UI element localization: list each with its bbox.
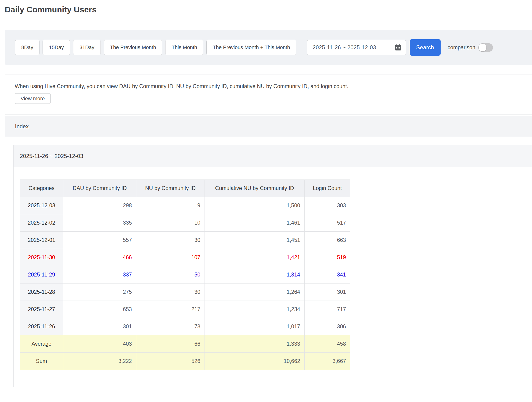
row-login-count: 519: [304, 249, 350, 266]
row-dau: 557: [63, 232, 136, 249]
row-cumulative-nu: 1,264: [205, 283, 304, 301]
row-cumulative-nu: 10,662: [205, 353, 304, 370]
row-category: 2025-12-02: [20, 214, 63, 232]
table-row-2025-11-26: 2025-11-26 301 73 1,017 306: [20, 318, 350, 335]
row-dau: 337: [63, 266, 136, 283]
row-nu: 30: [136, 283, 205, 301]
row-login-count: 3,667: [304, 353, 350, 370]
row-category: Sum: [20, 353, 63, 370]
filter-bar: 8Day 15Day 31Day The Previous Month This…: [5, 30, 532, 65]
row-nu: 9: [136, 197, 205, 214]
daily-community-users-page: Daily Community Users 8Day 15Day 31Day T…: [0, 0, 532, 395]
report-card-body: Categories DAU by Community ID NU by Com…: [13, 167, 532, 387]
row-login-count: 341: [304, 266, 350, 283]
range-button-15day[interactable]: 15Day: [43, 40, 70, 55]
row-category: 2025-11-29: [20, 266, 63, 283]
range-button-8day[interactable]: 8Day: [15, 40, 39, 55]
search-button[interactable]: Search: [410, 39, 441, 56]
row-dau: 403: [63, 335, 136, 353]
index-label: Index: [15, 123, 29, 130]
row-nu: 66: [136, 335, 205, 353]
table-row-2025-11-30-sunday: 2025-11-30 466 107 1,421 519: [20, 249, 350, 266]
col-header-dau: DAU by Community ID: [63, 180, 136, 197]
table-row-2025-12-02: 2025-12-02 335 10 1,461 517: [20, 214, 350, 232]
row-login-count: 663: [304, 232, 350, 249]
row-login-count: 301: [304, 283, 350, 301]
page-title: Daily Community Users: [5, 0, 532, 14]
table-row-sum: Sum 3,222 526 10,662 3,667: [20, 353, 350, 370]
date-range-input[interactable]: [312, 44, 394, 51]
row-cumulative-nu: 1,314: [205, 266, 304, 283]
row-login-count: 517: [304, 214, 350, 232]
table-row-2025-11-28: 2025-11-28 275 30 1,264 301: [20, 283, 350, 301]
row-nu: 526: [136, 353, 205, 370]
row-category: 2025-11-27: [20, 301, 63, 318]
range-button-previous-month[interactable]: The Previous Month: [104, 40, 162, 55]
row-cumulative-nu: 1,451: [205, 232, 304, 249]
index-section-header: Index: [5, 116, 532, 137]
range-button-previous-plus-this-month[interactable]: The Previous Month + This Month: [206, 40, 296, 55]
row-nu: 107: [136, 249, 205, 266]
comparison-toggle-knob: [479, 44, 486, 51]
col-header-nu: NU by Community ID: [136, 180, 205, 197]
row-category: 2025-12-03: [20, 197, 63, 214]
row-dau: 335: [63, 214, 136, 232]
table-row-2025-11-27: 2025-11-27 653 217 1,234 717: [20, 301, 350, 318]
row-cumulative-nu: 1,333: [205, 335, 304, 353]
row-category: Average: [20, 335, 63, 353]
report-date-range: 2025-11-26 ~ 2025-12-03: [20, 153, 83, 159]
calendar-icon[interactable]: [394, 44, 402, 51]
comparison-label: comparison: [448, 44, 475, 51]
row-dau: 301: [63, 318, 136, 335]
metrics-table: Categories DAU by Community ID NU by Com…: [20, 180, 350, 370]
row-login-count: 306: [304, 318, 350, 335]
table-row-2025-11-29-saturday: 2025-11-29 337 50 1,314 341: [20, 266, 350, 283]
row-cumulative-nu: 1,017: [205, 318, 304, 335]
row-dau: 298: [63, 197, 136, 214]
title-divider: [5, 22, 532, 22]
report-card: 2025-11-26 ~ 2025-12-03 Categories DAU b…: [13, 145, 532, 387]
row-cumulative-nu: 1,421: [205, 249, 304, 266]
row-category: 2025-11-28: [20, 283, 63, 301]
row-nu: 30: [136, 232, 205, 249]
row-category: 2025-11-30: [20, 249, 63, 266]
row-login-count: 458: [304, 335, 350, 353]
row-nu: 73: [136, 318, 205, 335]
row-nu: 217: [136, 301, 205, 318]
row-cumulative-nu: 1,461: [205, 214, 304, 232]
row-nu: 10: [136, 214, 205, 232]
view-more-button[interactable]: View more: [15, 93, 51, 104]
row-nu: 50: [136, 266, 205, 283]
comparison-toggle[interactable]: [478, 43, 493, 52]
row-dau: 275: [63, 283, 136, 301]
info-box: When using Hive Community, you can view …: [5, 75, 532, 115]
range-button-31day[interactable]: 31Day: [73, 40, 101, 55]
range-button-this-month[interactable]: This Month: [165, 40, 203, 55]
row-dau: 653: [63, 301, 136, 318]
row-dau: 466: [63, 249, 136, 266]
date-range-field[interactable]: [307, 40, 406, 55]
row-cumulative-nu: 1,500: [205, 197, 304, 214]
col-header-categories: Categories: [20, 180, 63, 197]
report-panel: 2025-11-26 ~ 2025-12-03 Categories DAU b…: [5, 137, 532, 395]
col-header-login-count: Login Count: [304, 180, 350, 197]
row-cumulative-nu: 1,234: [205, 301, 304, 318]
table-row-2025-12-03: 2025-12-03 298 9 1,500 303: [20, 197, 350, 214]
row-category: 2025-11-26: [20, 318, 63, 335]
row-login-count: 717: [304, 301, 350, 318]
row-dau: 3,222: [63, 353, 136, 370]
info-text: When using Hive Community, you can view …: [15, 83, 532, 89]
table-header-row: Categories DAU by Community ID NU by Com…: [20, 180, 350, 197]
row-category: 2025-12-01: [20, 232, 63, 249]
row-login-count: 303: [304, 197, 350, 214]
report-card-header: 2025-11-26 ~ 2025-12-03: [13, 145, 532, 167]
table-row-2025-12-01: 2025-12-01 557 30 1,451 663: [20, 232, 350, 249]
table-row-average: Average 403 66 1,333 458: [20, 335, 350, 353]
col-header-cumulative-nu: Cumulative NU by Community ID: [205, 180, 304, 197]
